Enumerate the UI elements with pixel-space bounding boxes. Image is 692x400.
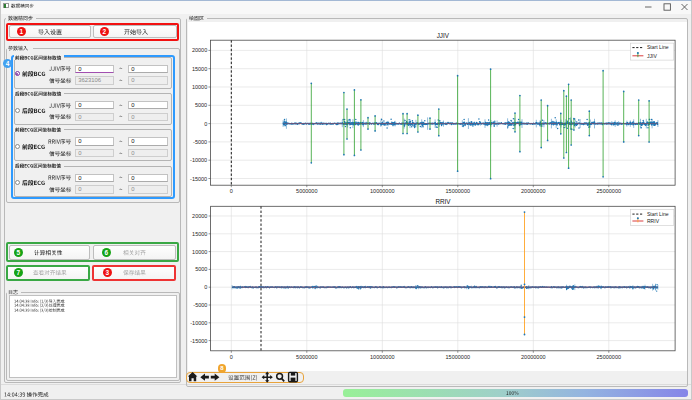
svg-text:5000000: 5000000: [296, 188, 317, 194]
svg-text:20000: 20000: [192, 47, 207, 53]
svg-text:RRIV: RRIV: [647, 218, 660, 224]
svg-text:JJIV: JJIV: [437, 32, 450, 39]
svg-text:20000000: 20000000: [521, 354, 545, 360]
svg-text:5000000: 5000000: [296, 354, 317, 360]
svg-text:RRIV: RRIV: [435, 198, 451, 205]
svg-text:10000000: 10000000: [370, 354, 394, 360]
svg-text:15000: 15000: [192, 231, 207, 237]
svg-text:JJIV: JJIV: [647, 53, 658, 59]
svg-text:10000: 10000: [192, 249, 207, 255]
svg-text:-15000: -15000: [190, 338, 207, 344]
svg-text:20000000: 20000000: [521, 188, 545, 194]
svg-text:15000: 15000: [192, 66, 207, 72]
svg-text:5000: 5000: [195, 266, 207, 272]
svg-text:25000000: 25000000: [597, 188, 621, 194]
svg-text:10000000: 10000000: [370, 188, 394, 194]
svg-text:-5000: -5000: [193, 302, 207, 308]
svg-text:15000000: 15000000: [446, 188, 470, 194]
svg-text:Start Line: Start Line: [647, 44, 669, 50]
svg-text:10000: 10000: [192, 84, 207, 90]
svg-text:-10000: -10000: [190, 157, 207, 163]
svg-text:0: 0: [204, 284, 207, 290]
svg-text:0: 0: [230, 354, 233, 360]
svg-text:0: 0: [204, 121, 207, 127]
svg-text:20000: 20000: [192, 213, 207, 219]
svg-text:-5000: -5000: [193, 139, 207, 145]
svg-text:15000000: 15000000: [446, 354, 470, 360]
svg-text:-10000: -10000: [190, 320, 207, 326]
svg-text:0: 0: [230, 188, 233, 194]
svg-text:-15000: -15000: [190, 176, 207, 182]
svg-text:25000000: 25000000: [597, 354, 621, 360]
svg-text:5000: 5000: [195, 102, 207, 108]
svg-text:Start Line: Start Line: [647, 211, 669, 217]
